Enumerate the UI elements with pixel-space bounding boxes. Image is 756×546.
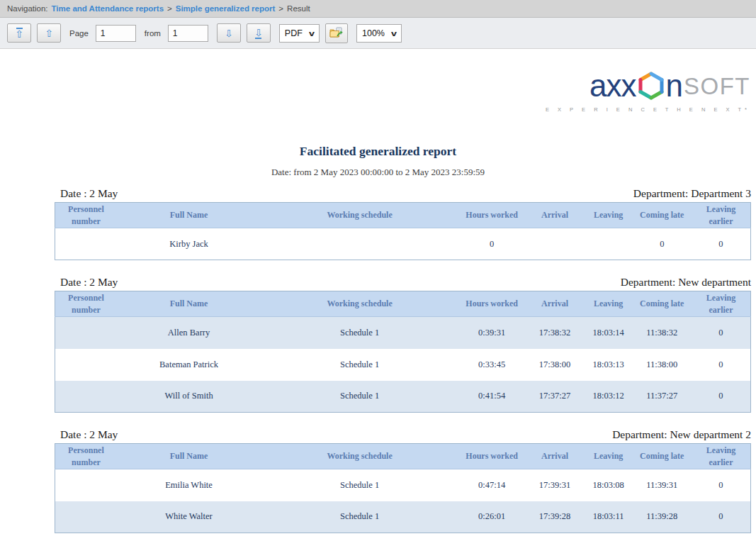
table-row: Kirby Jack000 (55, 228, 751, 260)
column-header: Leaving earlier (692, 291, 751, 317)
column-header: Arrival (525, 291, 584, 317)
table-cell (55, 349, 117, 381)
report-toolbar: Page from PDF v 100% v (0, 18, 756, 49)
report-title: Facilitated generalized report (0, 144, 756, 159)
table-row: White WalterSchedule 10:26:0117:39:2818:… (55, 501, 751, 533)
table-cell: Schedule 1 (261, 317, 458, 349)
logo-text-soft: SOFT (684, 74, 750, 98)
arrow-up-icon (15, 29, 23, 39)
zoom-select[interactable]: 100% v (356, 24, 402, 43)
chevron-down-icon: v (391, 29, 397, 38)
table-cell: 17:38:32 (525, 317, 584, 349)
table-cell: Schedule 1 (261, 501, 458, 533)
table-row: Allen BarrySchedule 10:39:3117:38:3218:0… (55, 317, 751, 349)
table-cell: 11:38:00 (633, 349, 692, 381)
column-header: Leaving (585, 203, 633, 228)
table-cell: White Walter (117, 501, 261, 533)
section-labels: Date : 2 MayDepartment: New department 2 (55, 428, 751, 441)
table-cell: 17:39:31 (525, 469, 584, 501)
logo-hexagon-icon (638, 72, 665, 100)
page-label: Page (69, 29, 89, 38)
report-table: Personnel numberFull NameWorking schedul… (55, 202, 751, 260)
total-pages-input[interactable] (168, 25, 208, 42)
table-cell: Kirby Jack (117, 228, 261, 260)
section-date-label: Date : 2 May (60, 187, 118, 200)
column-header: Hours worked (458, 203, 525, 228)
column-header: Arrival (525, 444, 584, 469)
arrow-down-icon (225, 28, 233, 38)
page-input[interactable] (96, 25, 136, 42)
table-cell: Schedule 1 (261, 349, 458, 381)
column-header: Full Name (117, 291, 261, 317)
prev-page-button[interactable] (37, 23, 61, 43)
column-header: Leaving (585, 291, 633, 317)
column-header: Working schedule (261, 203, 458, 228)
report-section: Date : 2 MayDepartment: Department 3Pers… (55, 187, 751, 260)
table-cell: 11:37:27 (633, 381, 692, 413)
table-cell (55, 317, 117, 349)
table-cell (261, 228, 458, 260)
table-cell: Bateman Patrick (117, 349, 261, 381)
column-header: Coming late (633, 444, 692, 469)
table-cell: Emilia White (117, 469, 261, 501)
table-cell: Schedule 1 (261, 381, 458, 413)
column-header: Personnel number (55, 291, 117, 317)
logo-text-n: n (666, 70, 682, 101)
breadcrumb-separator: > (278, 4, 283, 13)
arrow-up-icon (45, 28, 53, 38)
table-cell: 17:38:00 (525, 349, 584, 381)
report-table: Personnel numberFull NameWorking schedul… (55, 291, 751, 413)
report-section: Date : 2 MayDepartment: New departmentPe… (55, 276, 751, 413)
column-header: Working schedule (261, 291, 458, 317)
table-cell: 0 (692, 228, 751, 260)
section-department-label: Department: New department 2 (612, 428, 751, 441)
table-cell: Allen Barry (117, 317, 261, 349)
column-header: Coming late (633, 291, 692, 317)
column-header: Full Name (117, 444, 261, 469)
table-cell: Will of Smith (117, 381, 261, 413)
table-row: Will of SmithSchedule 10:41:5417:37:2718… (55, 381, 751, 413)
section-labels: Date : 2 MayDepartment: Department 3 (55, 187, 751, 200)
report-table: Personnel numberFull NameWorking schedul… (55, 443, 751, 533)
table-cell: 11:38:32 (633, 317, 692, 349)
first-page-button[interactable] (7, 23, 31, 43)
column-header: Leaving (585, 444, 633, 469)
from-label: from (145, 29, 161, 38)
breadcrumb-label: Navigation: (7, 4, 48, 13)
export-format-value: PDF (285, 28, 303, 38)
table-cell: 17:39:28 (525, 501, 584, 533)
breadcrumb-current: Result (287, 4, 310, 13)
table-cell: 18:03:12 (585, 381, 633, 413)
breadcrumb-separator: > (167, 4, 172, 13)
table-cell: 18:03:13 (585, 349, 633, 381)
table-cell: 0:26:01 (458, 501, 525, 533)
export-format-select[interactable]: PDF v (279, 24, 320, 43)
export-button[interactable] (325, 23, 348, 43)
table-cell: 11:39:28 (633, 501, 692, 533)
column-header: Leaving earlier (692, 203, 751, 228)
breadcrumb-link-time-attendance-reports[interactable]: Time and Attendance reports (52, 4, 164, 13)
column-header: Leaving earlier (692, 444, 751, 469)
next-page-button[interactable] (217, 23, 241, 43)
column-header: Personnel number (55, 203, 117, 228)
breadcrumb-link-simple-generalized-report[interactable]: Simple generalized report (176, 4, 276, 13)
table-cell (55, 381, 117, 413)
table-cell: 18:03:08 (585, 469, 633, 501)
table-cell: 0:41:54 (458, 381, 525, 413)
table-cell (525, 228, 584, 260)
table-cell (585, 228, 633, 260)
table-cell: Schedule 1 (261, 469, 458, 501)
table-cell: 0 (692, 381, 751, 413)
table-cell: 18:03:11 (585, 501, 633, 533)
table-cell (55, 469, 117, 501)
section-date-label: Date : 2 May (60, 428, 118, 441)
last-page-button[interactable] (247, 23, 271, 43)
table-cell: 0 (692, 469, 751, 501)
table-cell: 0 (692, 349, 751, 381)
column-header: Hours worked (458, 444, 525, 469)
section-department-label: Department: New department (621, 276, 751, 289)
column-header: Working schedule (261, 444, 458, 469)
table-cell: 0 (458, 228, 525, 260)
export-folder-icon (329, 27, 344, 39)
table-cell: 0 (692, 317, 751, 349)
